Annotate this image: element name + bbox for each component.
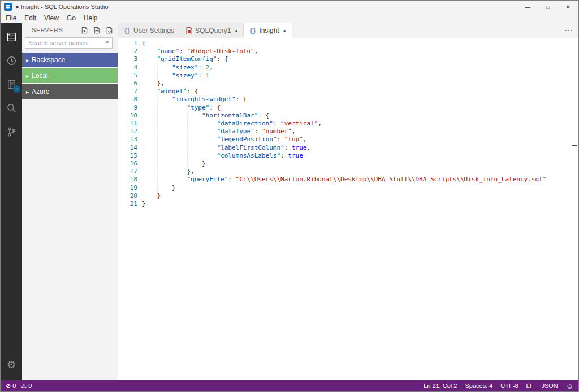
server-group-label: Azure (32, 88, 49, 95)
menu-file[interactable]: File (2, 14, 20, 22)
code-line: 11 "dataDirection": "vertical", (118, 120, 578, 128)
feedback-smiley-icon[interactable]: ☺ (566, 382, 573, 390)
code-line: 19 } (118, 184, 578, 192)
server-group-azure[interactable]: ▸Azure (22, 84, 118, 99)
maximize-button[interactable]: □ (538, 1, 558, 13)
code-line: 12 "dataType": "number", (118, 128, 578, 136)
code-line: 7 "widget": { (118, 88, 578, 95)
line-number: 4 (118, 64, 137, 72)
code-line: 18 "queryFile": "C:\\Users\\Marlon.Ribun… (118, 176, 578, 184)
new-connection-icon[interactable] (80, 25, 89, 34)
menu-edit[interactable]: Edit (20, 14, 40, 22)
code-line: 6 }, (118, 80, 578, 88)
line-number: 16 (118, 160, 137, 168)
minimize-button[interactable]: — (517, 1, 538, 13)
line-number: 12 (118, 128, 137, 136)
server-group-label: Rackspace (32, 56, 65, 64)
server-group-local[interactable]: ▸Local (22, 68, 118, 83)
error-icon: ⊘ (6, 383, 11, 389)
code-line: 9 "type": { (118, 104, 578, 112)
cursor-position[interactable]: Ln 21, Col 2 (424, 382, 457, 389)
expand-arrow-icon: ▸ (26, 73, 29, 79)
line-number: 1 (118, 40, 137, 47)
main-area: 2 ⚙ SERVERS ✕ (1, 23, 578, 380)
line-number: 8 (118, 95, 137, 103)
sidebar-header: SERVERS (22, 23, 118, 37)
warnings-indicator[interactable]: ⚠ 0 (21, 382, 32, 389)
server-search: ✕ (25, 37, 113, 49)
json-braces-icon: {} (249, 28, 256, 34)
line-number: 15 (118, 152, 137, 160)
status-bar: ⊘ 0 ⚠ 0 Ln 21, Col 2Spaces: 4UTF-8LFJSON… (1, 380, 578, 391)
window-controls: — □ ✕ (517, 1, 578, 13)
code-line: 13 "legendPosition": "top", (118, 136, 578, 143)
server-group-rackspace[interactable]: ▸Rackspace (22, 53, 118, 67)
line-number: 21 (118, 200, 137, 208)
servers-sidebar: SERVERS ✕ ▸Rackspace▸Local▸Azure (22, 23, 118, 380)
tab-label: SQLQuery1 (195, 27, 231, 34)
line-number: 20 (118, 192, 137, 200)
code-line: 2 "name": "Widget-Disk-Info", (118, 47, 578, 55)
line-number: 7 (118, 88, 137, 95)
modified-dot: ● (283, 28, 286, 33)
search-input[interactable] (25, 37, 113, 49)
code-line: 4 "sizex": 2, (118, 64, 578, 72)
line-number: 14 (118, 144, 137, 152)
active-connections-icon[interactable] (105, 25, 114, 34)
line-number: 10 (118, 112, 137, 120)
code-line: 15 "columnsAsLabels": true (118, 152, 578, 160)
warning-icon: ⚠ (21, 383, 27, 389)
titlebar: ● Insight - SQL Operations Studio — □ ✕ (1, 1, 578, 13)
json-braces-icon: {} (124, 28, 131, 34)
servers-icon[interactable] (1, 25, 22, 49)
source-control-icon[interactable] (1, 120, 22, 143)
activity-bar: 2 ⚙ (1, 23, 22, 380)
line-number: 2 (118, 47, 137, 55)
more-actions-icon[interactable]: ⋯ (564, 25, 573, 36)
task-history-icon[interactable] (1, 49, 22, 72)
close-button[interactable]: ✕ (558, 1, 578, 13)
tab-sqlquery1[interactable]: SQLQuery1● (180, 23, 244, 38)
text-cursor (146, 200, 146, 207)
overview-ruler-mark (572, 145, 577, 146)
code-editor[interactable]: 1{2 "name": "Widget-Disk-Info",3 "gridIt… (118, 38, 578, 380)
line-number: 19 (118, 184, 137, 192)
tab-user-settings[interactable]: {}User Settings (118, 23, 180, 38)
encoding[interactable]: UTF-8 (500, 382, 518, 389)
line-number: 11 (118, 120, 137, 128)
tab-label: User Settings (133, 27, 174, 34)
settings-icon[interactable]: ⚙ (1, 353, 22, 377)
notebooks-icon[interactable]: 2 (1, 72, 22, 96)
statusbar-left: ⊘ 0 ⚠ 0 (6, 382, 32, 389)
sidebar-header-actions (80, 25, 114, 34)
line-number: 18 (118, 176, 137, 184)
indentation[interactable]: Spaces: 4 (465, 382, 492, 389)
search-icon[interactable] (1, 96, 22, 120)
expand-arrow-icon: ▸ (26, 89, 29, 95)
code-line: 20 } (118, 192, 578, 200)
eol[interactable]: LF (526, 382, 534, 389)
expand-arrow-icon: ▸ (26, 57, 29, 63)
code-line: 14 "labelFirstColumn": true, (118, 144, 578, 152)
tab-insight[interactable]: {}Insight● (244, 23, 292, 38)
code-line: 17 }, (118, 168, 578, 176)
sidebar-title: SERVERS (32, 27, 63, 33)
statusbar-right: Ln 21, Col 2Spaces: 4UTF-8LFJSON ☺ (424, 382, 573, 390)
error-count: 0 (12, 382, 16, 389)
new-server-group-icon[interactable] (92, 25, 101, 34)
language-mode[interactable]: JSON (541, 382, 558, 389)
activity-badge: 2 (13, 85, 20, 93)
errors-indicator[interactable]: ⊘ 0 (6, 382, 16, 389)
clear-search-icon[interactable]: ✕ (105, 40, 110, 45)
server-group-label: Local (32, 72, 48, 80)
line-number: 6 (118, 80, 137, 88)
editor-area: {}User SettingsSQLQuery1●{}Insight● ⋯ 1{… (118, 23, 578, 380)
tab-bar: {}User SettingsSQLQuery1●{}Insight● ⋯ (118, 23, 578, 38)
menu-help[interactable]: Help (80, 14, 102, 22)
menu-go[interactable]: Go (63, 14, 80, 22)
line-number: 5 (118, 72, 137, 80)
line-number: 3 (118, 55, 137, 63)
tab-label: Insight (259, 27, 279, 34)
code-line: 8 "insights-widget": { (118, 95, 578, 103)
menu-view[interactable]: View (40, 14, 63, 22)
